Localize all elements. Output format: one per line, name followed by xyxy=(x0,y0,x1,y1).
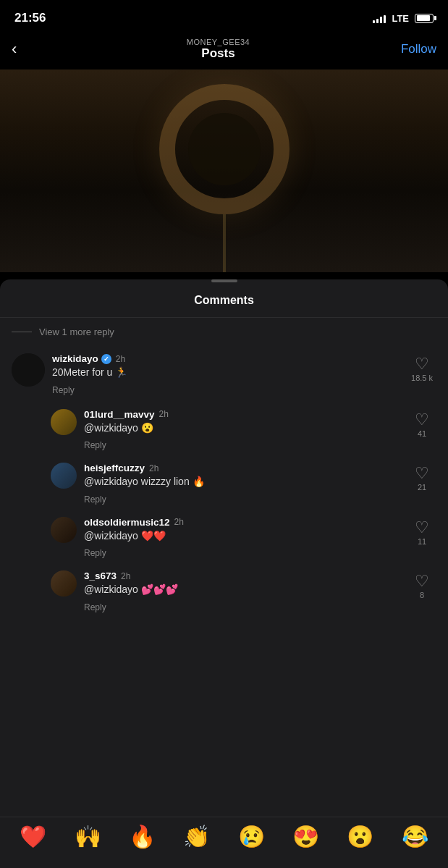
emoji-reaction[interactable]: 😮 xyxy=(347,826,373,848)
comment-header: oldsoldiermusic12 2h xyxy=(84,517,400,528)
like-count: 18.5 k xyxy=(411,374,433,382)
comment-username: heisjeffcuzzy xyxy=(84,463,145,473)
comment-time: 2h xyxy=(121,571,130,581)
comment-header: heisjeffcuzzy 2h xyxy=(84,463,400,473)
post-image xyxy=(0,69,448,272)
view-more-line xyxy=(12,332,32,332)
emoji-reaction[interactable]: 🔥 xyxy=(129,826,156,848)
reply-item: 3_s673 2h @wizkidayo 💕💕💕 Reply ♡ 8 xyxy=(0,565,448,619)
comments-sheet: Comments View 1 more reply wizkidayo ✓ 2… xyxy=(0,279,448,868)
comment-time: 2h xyxy=(149,463,159,473)
comment-username: wizkidayo xyxy=(52,353,98,364)
comment-like[interactable]: ♡ 18.5 k xyxy=(407,353,436,396)
emoji-reaction[interactable]: 😢 xyxy=(238,826,265,848)
nav-title: Posts xyxy=(43,46,393,61)
reply-button[interactable]: Reply xyxy=(52,385,75,395)
comment-username: oldsoldiermusic12 xyxy=(84,517,170,528)
view-more-replies[interactable]: View 1 more reply xyxy=(0,318,448,346)
main-comment: wizkidayo ✓ 2h 20Meter for u 🏃 Reply ♡ 1… xyxy=(0,346,448,403)
tripod-decoration xyxy=(223,214,226,272)
comment-header: wizkidayo ✓ 2h xyxy=(52,353,400,364)
comment-username: 3_s673 xyxy=(84,570,117,581)
avatar xyxy=(51,463,77,489)
back-button[interactable]: ‹ xyxy=(12,40,43,59)
heart-icon[interactable]: ♡ xyxy=(415,520,429,536)
comment-text: 20Meter for u 🏃 xyxy=(52,366,400,380)
heart-icon[interactable]: ♡ xyxy=(415,465,429,481)
status-icons: LTE xyxy=(373,13,434,24)
comment-time: 2h xyxy=(174,517,184,527)
reply-button[interactable]: Reply xyxy=(84,440,106,450)
avatar xyxy=(51,570,77,597)
comments-title: Comments xyxy=(0,282,448,318)
comment-time: 2h xyxy=(159,409,169,419)
reply-button[interactable]: Reply xyxy=(84,548,106,558)
emoji-reaction[interactable]: 👏 xyxy=(183,826,210,848)
comment-header: 01lurd__mavvy 2h xyxy=(84,409,400,420)
reply-item: heisjeffcuzzy 2h @wizkidayo wizzzy lion … xyxy=(0,457,448,511)
emoji-reaction[interactable]: 😂 xyxy=(402,826,428,848)
heart-icon[interactable]: ♡ xyxy=(415,573,429,589)
comment-text: @wizkidayo 💕💕💕 xyxy=(84,583,400,597)
emoji-reaction[interactable]: 🙌 xyxy=(75,826,101,848)
comment-like[interactable]: ♡ 21 xyxy=(407,463,436,505)
avatar xyxy=(12,353,45,387)
battery-icon xyxy=(415,14,434,23)
verified-icon: ✓ xyxy=(101,354,111,364)
lte-label: LTE xyxy=(392,13,409,24)
comment-like[interactable]: ♡ 41 xyxy=(407,409,436,452)
emoji-bar: ❤️🙌🔥👏😢😍😮😂 xyxy=(0,817,448,868)
comment-time: 2h xyxy=(116,354,125,364)
comment-content: wizkidayo ✓ 2h 20Meter for u 🏃 Reply xyxy=(52,353,400,396)
heart-icon[interactable]: ♡ xyxy=(415,412,429,428)
view-more-text: View 1 more reply xyxy=(39,326,114,337)
comment-text: @wizkidayo wizzzy lion 🔥 xyxy=(84,475,400,489)
heart-icon[interactable]: ♡ xyxy=(415,356,429,372)
emoji-reaction[interactable]: ❤️ xyxy=(20,826,46,848)
replies-container: 01lurd__mavvy 2h @wizkidayo 😮 Reply ♡ 41… xyxy=(0,403,448,619)
status-time: 21:56 xyxy=(14,11,46,25)
emoji-reaction[interactable]: 😍 xyxy=(292,826,319,848)
comment-header: 3_s673 2h xyxy=(84,570,400,581)
reply-button[interactable]: Reply xyxy=(84,494,106,505)
reply-content: oldsoldiermusic12 2h @wizkidayo ❤️❤️ Rep… xyxy=(84,517,400,560)
nav-username: MONEY_GEE34 xyxy=(43,38,393,46)
follow-button[interactable]: Follow xyxy=(393,42,436,56)
avatar xyxy=(51,409,77,435)
like-count: 8 xyxy=(420,591,424,599)
comment-text: @wizkidayo 😮 xyxy=(84,421,400,436)
avatar xyxy=(51,517,77,543)
comment-like[interactable]: ♡ 11 xyxy=(407,517,436,560)
ring-light-decoration xyxy=(159,84,289,214)
reply-content: 3_s673 2h @wizkidayo 💕💕💕 Reply xyxy=(84,570,400,613)
reply-item: 01lurd__mavvy 2h @wizkidayo 😮 Reply ♡ 41 xyxy=(0,403,448,458)
nav-bar: ‹ MONEY_GEE34 Posts Follow xyxy=(0,32,448,69)
comment-text: @wizkidayo ❤️❤️ xyxy=(84,529,400,544)
reply-button[interactable]: Reply xyxy=(84,602,106,612)
signal-icon xyxy=(373,13,386,23)
like-count: 11 xyxy=(418,537,426,546)
like-count: 41 xyxy=(418,429,426,438)
nav-center: MONEY_GEE34 Posts xyxy=(43,38,393,61)
comment-username: 01lurd__mavvy xyxy=(84,409,155,420)
comment-like[interactable]: ♡ 8 xyxy=(407,570,436,613)
status-bar: 21:56 LTE xyxy=(0,0,448,32)
reply-content: 01lurd__mavvy 2h @wizkidayo 😮 Reply xyxy=(84,409,400,452)
like-count: 21 xyxy=(418,483,426,492)
reply-item: oldsoldiermusic12 2h @wizkidayo ❤️❤️ Rep… xyxy=(0,511,448,565)
reply-content: heisjeffcuzzy 2h @wizkidayo wizzzy lion … xyxy=(84,463,400,505)
